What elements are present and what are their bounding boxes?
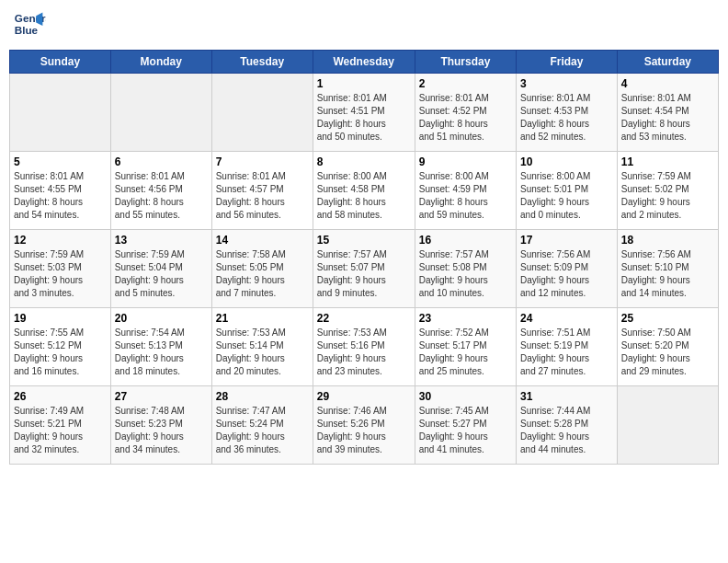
- day-number: 16: [419, 234, 512, 247]
- day-info: Sunrise: 7:48 AM Sunset: 5:23 PM Dayligh…: [115, 405, 208, 456]
- calendar-cell: 22Sunrise: 7:53 AM Sunset: 5:16 PM Dayli…: [313, 308, 415, 386]
- calendar-cell: 24Sunrise: 7:51 AM Sunset: 5:19 PM Dayli…: [517, 308, 618, 386]
- day-number: 24: [520, 312, 613, 325]
- day-info: Sunrise: 8:01 AM Sunset: 4:53 PM Dayligh…: [520, 92, 613, 144]
- day-number: 21: [216, 312, 309, 325]
- calendar-cell: 31Sunrise: 7:44 AM Sunset: 5:28 PM Dayli…: [517, 386, 618, 465]
- calendar-cell: 25Sunrise: 7:50 AM Sunset: 5:20 PM Dayli…: [617, 308, 718, 386]
- day-info: Sunrise: 7:51 AM Sunset: 5:19 PM Dayligh…: [520, 327, 613, 378]
- day-info: Sunrise: 8:00 AM Sunset: 5:01 PM Dayligh…: [520, 170, 613, 222]
- calendar-cell: 15Sunrise: 7:57 AM Sunset: 5:07 PM Dayli…: [313, 230, 415, 308]
- day-number: 7: [216, 155, 309, 168]
- weekday-header-row: SundayMondayTuesdayWednesdayThursdayFrid…: [10, 51, 719, 74]
- calendar-week-row: 19Sunrise: 7:55 AM Sunset: 5:12 PM Dayli…: [10, 308, 719, 386]
- day-info: Sunrise: 8:01 AM Sunset: 4:51 PM Dayligh…: [317, 92, 411, 144]
- calendar-cell: [211, 74, 313, 152]
- day-info: Sunrise: 7:54 AM Sunset: 5:13 PM Dayligh…: [115, 327, 208, 378]
- day-number: 4: [621, 77, 714, 90]
- calendar-cell: 13Sunrise: 7:59 AM Sunset: 5:04 PM Dayli…: [110, 230, 211, 308]
- day-info: Sunrise: 7:58 AM Sunset: 5:05 PM Dayligh…: [216, 248, 309, 300]
- day-info: Sunrise: 8:00 AM Sunset: 4:59 PM Dayligh…: [419, 170, 512, 222]
- calendar-cell: [10, 74, 111, 152]
- day-info: Sunrise: 7:49 AM Sunset: 5:21 PM Dayligh…: [14, 405, 107, 456]
- day-info: Sunrise: 7:45 AM Sunset: 5:27 PM Dayligh…: [419, 405, 512, 456]
- weekday-header: Tuesday: [211, 51, 313, 74]
- day-number: 30: [419, 390, 512, 403]
- calendar-cell: 29Sunrise: 7:46 AM Sunset: 5:26 PM Dayli…: [313, 386, 415, 465]
- day-info: Sunrise: 7:53 AM Sunset: 5:16 PM Dayligh…: [317, 327, 411, 378]
- calendar-cell: [617, 386, 718, 465]
- weekday-header: Wednesday: [313, 51, 415, 74]
- calendar-cell: 19Sunrise: 7:55 AM Sunset: 5:12 PM Dayli…: [10, 308, 111, 386]
- day-info: Sunrise: 7:56 AM Sunset: 5:09 PM Dayligh…: [520, 248, 613, 300]
- weekday-header: Thursday: [415, 51, 516, 74]
- calendar-cell: 10Sunrise: 8:00 AM Sunset: 5:01 PM Dayli…: [517, 152, 618, 230]
- weekday-header: Monday: [110, 51, 211, 74]
- day-number: 22: [317, 312, 411, 325]
- day-number: 11: [621, 155, 714, 168]
- calendar-cell: 28Sunrise: 7:47 AM Sunset: 5:24 PM Dayli…: [211, 386, 313, 465]
- calendar-cell: 14Sunrise: 7:58 AM Sunset: 5:05 PM Dayli…: [211, 230, 313, 308]
- calendar-table: SundayMondayTuesdayWednesdayThursdayFrid…: [9, 50, 719, 465]
- calendar-cell: 11Sunrise: 7:59 AM Sunset: 5:02 PM Dayli…: [617, 152, 718, 230]
- day-info: Sunrise: 7:55 AM Sunset: 5:12 PM Dayligh…: [14, 327, 107, 378]
- day-number: 3: [520, 77, 613, 90]
- day-info: Sunrise: 7:59 AM Sunset: 5:04 PM Dayligh…: [115, 248, 208, 300]
- day-info: Sunrise: 8:01 AM Sunset: 4:54 PM Dayligh…: [621, 92, 714, 144]
- day-number: 6: [115, 155, 208, 168]
- day-number: 18: [621, 234, 714, 247]
- weekday-header: Friday: [517, 51, 618, 74]
- day-info: Sunrise: 7:59 AM Sunset: 5:02 PM Dayligh…: [621, 170, 714, 222]
- day-number: 23: [419, 312, 512, 325]
- day-info: Sunrise: 7:53 AM Sunset: 5:14 PM Dayligh…: [216, 327, 309, 378]
- day-number: 1: [317, 77, 411, 90]
- day-info: Sunrise: 8:01 AM Sunset: 4:56 PM Dayligh…: [115, 170, 208, 222]
- day-info: Sunrise: 7:57 AM Sunset: 5:07 PM Dayligh…: [317, 248, 411, 300]
- day-info: Sunrise: 7:56 AM Sunset: 5:10 PM Dayligh…: [621, 248, 714, 300]
- day-number: 17: [520, 234, 613, 247]
- calendar-cell: 7Sunrise: 8:01 AM Sunset: 4:57 PM Daylig…: [211, 152, 313, 230]
- day-number: 12: [14, 234, 107, 247]
- day-info: Sunrise: 7:44 AM Sunset: 5:28 PM Dayligh…: [520, 405, 613, 456]
- calendar-cell: 23Sunrise: 7:52 AM Sunset: 5:17 PM Dayli…: [415, 308, 516, 386]
- day-info: Sunrise: 7:59 AM Sunset: 5:03 PM Dayligh…: [14, 248, 107, 300]
- day-number: 20: [115, 312, 208, 325]
- day-number: 29: [317, 390, 411, 403]
- day-number: 26: [14, 390, 107, 403]
- day-number: 14: [216, 234, 309, 247]
- calendar-cell: 26Sunrise: 7:49 AM Sunset: 5:21 PM Dayli…: [10, 386, 111, 465]
- calendar-cell: 21Sunrise: 7:53 AM Sunset: 5:14 PM Dayli…: [211, 308, 313, 386]
- calendar-cell: 5Sunrise: 8:01 AM Sunset: 4:55 PM Daylig…: [10, 152, 111, 230]
- calendar-cell: 30Sunrise: 7:45 AM Sunset: 5:27 PM Dayli…: [415, 386, 516, 465]
- calendar-cell: 2Sunrise: 8:01 AM Sunset: 4:52 PM Daylig…: [415, 74, 516, 152]
- day-number: 2: [419, 77, 512, 90]
- calendar-cell: 3Sunrise: 8:01 AM Sunset: 4:53 PM Daylig…: [517, 74, 618, 152]
- day-number: 28: [216, 390, 309, 403]
- calendar-week-row: 12Sunrise: 7:59 AM Sunset: 5:03 PM Dayli…: [10, 230, 719, 308]
- calendar-cell: 12Sunrise: 7:59 AM Sunset: 5:03 PM Dayli…: [10, 230, 111, 308]
- calendar-week-row: 1Sunrise: 8:01 AM Sunset: 4:51 PM Daylig…: [10, 74, 719, 152]
- calendar-week-row: 26Sunrise: 7:49 AM Sunset: 5:21 PM Dayli…: [10, 386, 719, 465]
- day-number: 13: [115, 234, 208, 247]
- day-number: 8: [317, 155, 411, 168]
- day-info: Sunrise: 8:01 AM Sunset: 4:57 PM Dayligh…: [216, 170, 309, 222]
- calendar-week-row: 5Sunrise: 8:01 AM Sunset: 4:55 PM Daylig…: [10, 152, 719, 230]
- day-number: 31: [520, 390, 613, 403]
- day-info: Sunrise: 7:52 AM Sunset: 5:17 PM Dayligh…: [419, 327, 512, 378]
- calendar-cell: 18Sunrise: 7:56 AM Sunset: 5:10 PM Dayli…: [617, 230, 718, 308]
- calendar-cell: 9Sunrise: 8:00 AM Sunset: 4:59 PM Daylig…: [415, 152, 516, 230]
- calendar-cell: 20Sunrise: 7:54 AM Sunset: 5:13 PM Dayli…: [110, 308, 211, 386]
- day-info: Sunrise: 8:01 AM Sunset: 4:55 PM Dayligh…: [14, 170, 107, 222]
- weekday-header: Saturday: [617, 51, 718, 74]
- day-info: Sunrise: 8:00 AM Sunset: 4:58 PM Dayligh…: [317, 170, 411, 222]
- day-number: 10: [520, 155, 613, 168]
- day-info: Sunrise: 8:01 AM Sunset: 4:52 PM Dayligh…: [419, 92, 512, 144]
- day-number: 9: [419, 155, 512, 168]
- day-info: Sunrise: 7:50 AM Sunset: 5:20 PM Dayligh…: [621, 327, 714, 378]
- day-number: 15: [317, 234, 411, 247]
- day-info: Sunrise: 7:47 AM Sunset: 5:24 PM Dayligh…: [216, 405, 309, 456]
- weekday-header: Sunday: [10, 51, 111, 74]
- calendar-cell: 8Sunrise: 8:00 AM Sunset: 4:58 PM Daylig…: [313, 152, 415, 230]
- page-header: General Blue: [9, 9, 719, 42]
- calendar-cell: [110, 74, 211, 152]
